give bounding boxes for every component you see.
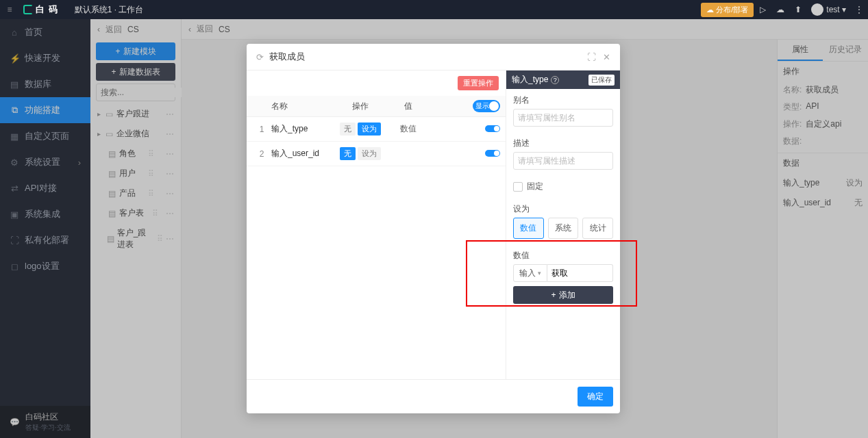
modal-footer: 确定 xyxy=(247,379,620,413)
alias-label: 别名 xyxy=(513,94,613,106)
desc-input[interactable] xyxy=(513,152,613,170)
desc-label: 描述 xyxy=(513,138,613,149)
edit-modal: ⟳ 获取成员 ⛶ ✕ 重置操作 名称 操作 值 显示 1 输入_type 无设为… xyxy=(247,44,620,413)
detail-title-bar: 输入_type ? 已保存 xyxy=(506,70,620,89)
cloud-icon[interactable]: ☁ xyxy=(771,5,789,14)
logo[interactable]: 白 码 xyxy=(19,3,62,16)
workspace-breadcrumb[interactable]: 默认系统1 · 工作台 xyxy=(75,4,144,16)
row-index: 2 xyxy=(252,149,271,159)
info-icon[interactable]: ? xyxy=(551,76,559,84)
user-menu[interactable]: test ▾ xyxy=(826,5,846,14)
value-label: 数值 xyxy=(513,250,613,261)
plus-icon: + xyxy=(551,290,556,300)
row-switch[interactable] xyxy=(485,125,500,132)
value-select[interactable]: 输入▾ xyxy=(513,264,547,282)
seg-number[interactable]: 数值 xyxy=(513,218,544,239)
row-name: 输入_type xyxy=(271,123,333,135)
upload-icon[interactable]: ⬆ xyxy=(789,5,807,14)
display-toggle[interactable]: 显示 xyxy=(473,100,500,112)
seg-setas[interactable]: 设为 xyxy=(358,123,381,136)
col-value: 值 xyxy=(388,101,429,112)
button-label: 添加 xyxy=(559,289,575,301)
reset-button[interactable]: 重置操作 xyxy=(458,76,499,90)
seg-none[interactable]: 无 xyxy=(340,123,356,136)
menu-icon[interactable]: ≡ xyxy=(0,5,19,14)
detail-title: 输入_type xyxy=(512,74,548,86)
col-name: 名称 xyxy=(271,101,333,112)
saved-badge: 已保存 xyxy=(588,75,615,86)
play-icon[interactable]: ▷ xyxy=(754,5,771,14)
col-operation: 操作 xyxy=(333,101,388,112)
chevron-down-icon: ▾ xyxy=(538,270,541,276)
row-index: 1 xyxy=(252,125,271,134)
alias-input[interactable] xyxy=(513,109,613,127)
brand-name: 白 码 xyxy=(36,3,58,16)
seg-stat[interactable]: 统计 xyxy=(582,218,613,239)
table-header: 名称 操作 值 显示 xyxy=(247,96,506,117)
table-row[interactable]: 2 输入_user_id 无设为 xyxy=(247,142,506,166)
avatar[interactable] xyxy=(811,3,823,16)
modal-left: 重置操作 名称 操作 值 显示 1 输入_type 无设为 数值 2 输入_us… xyxy=(247,70,506,379)
seg-setas[interactable]: 设为 xyxy=(358,147,381,160)
expand-icon[interactable]: ⛶ xyxy=(587,52,596,62)
top-bar: ≡ 白 码 默认系统1 · 工作台 ☁ 分布/部署 ▷ ☁ ⬆ test ▾ ⋮ xyxy=(0,0,868,19)
fixed-checkbox[interactable]: 固定 xyxy=(513,181,613,192)
close-icon[interactable]: ✕ xyxy=(603,52,610,62)
checkbox-icon xyxy=(513,182,523,192)
seg-none[interactable]: 无 xyxy=(340,147,356,160)
deploy-button[interactable]: ☁ 分布/部署 xyxy=(701,3,754,17)
modal-right: 输入_type ? 已保存 别名 描述 固定 设为 数值 系统 统计 xyxy=(506,70,620,379)
confirm-button[interactable]: 确定 xyxy=(578,387,613,407)
select-label: 输入 xyxy=(519,268,536,279)
modal-title: 获取成员 xyxy=(269,51,305,63)
table-row[interactable]: 1 输入_type 无设为 数值 xyxy=(247,117,506,142)
row-name: 输入_user_id xyxy=(271,148,333,159)
setas-label: 设为 xyxy=(513,203,613,215)
refresh-icon[interactable]: ⟳ xyxy=(256,52,264,62)
logo-mark-icon xyxy=(23,5,33,14)
more-icon[interactable]: ⋮ xyxy=(850,5,868,14)
toggle-label: 显示 xyxy=(475,101,489,111)
row-value: 数值 xyxy=(388,123,429,135)
value-input[interactable] xyxy=(547,264,613,282)
row-switch[interactable] xyxy=(485,150,500,157)
modal-header: ⟳ 获取成员 ⛶ ✕ xyxy=(247,44,620,70)
add-button[interactable]: +添加 xyxy=(513,286,613,304)
checkbox-label: 固定 xyxy=(527,181,543,192)
seg-system[interactable]: 系统 xyxy=(548,218,579,239)
